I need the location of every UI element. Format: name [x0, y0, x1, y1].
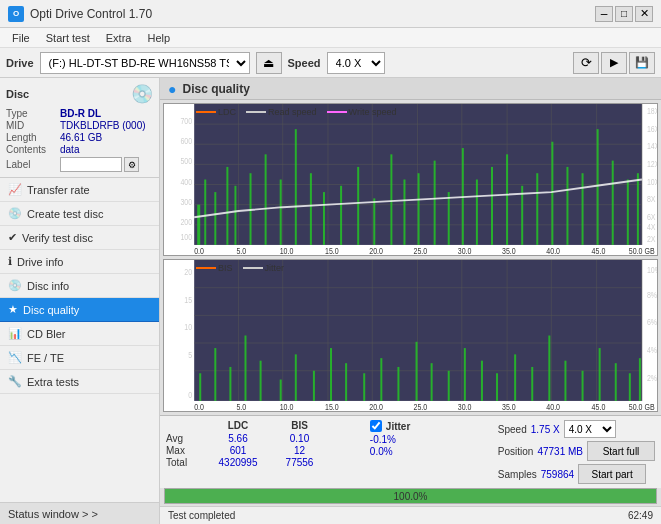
svg-rect-108: [481, 361, 483, 401]
speed-select[interactable]: 4.0 X 6.0 X 8.0 X: [327, 52, 385, 74]
jitter-checkbox[interactable]: [370, 420, 382, 432]
quality-header: ● Disc quality: [160, 78, 661, 100]
svg-text:50.0 GB: 50.0 GB: [629, 246, 655, 255]
disc-label-btn[interactable]: ⚙: [124, 157, 139, 172]
svg-rect-20: [226, 167, 228, 245]
svg-rect-116: [615, 363, 617, 401]
chart2-container: BIS Jitter: [163, 259, 658, 412]
jitter-stats: Jitter -0.1% 0.0%: [370, 420, 490, 458]
svg-text:16X: 16X: [647, 124, 657, 134]
svg-rect-96: [280, 380, 282, 401]
chart1-container: LDC Read speed Write speed: [163, 103, 658, 256]
svg-text:15: 15: [184, 295, 192, 305]
disc-label-input[interactable]: [60, 157, 122, 172]
sidebar-item-cd-bler[interactable]: 📊 CD Bler: [0, 322, 159, 346]
svg-text:35.0: 35.0: [502, 246, 516, 255]
svg-text:45.0: 45.0: [592, 246, 606, 255]
menu-extra[interactable]: Extra: [98, 30, 140, 46]
disc-panel: Disc 💿 Type BD-R DL MID TDKBLDRFB (000) …: [0, 78, 159, 178]
svg-rect-43: [566, 167, 568, 245]
svg-rect-30: [373, 198, 375, 245]
speed-info-val: 1.75 X: [531, 424, 560, 435]
disc-quality-icon: ★: [8, 303, 18, 316]
svg-rect-95: [260, 361, 262, 401]
svg-text:6X: 6X: [647, 212, 656, 222]
svg-rect-103: [397, 367, 399, 401]
status-window[interactable]: Status window > >: [0, 502, 159, 524]
svg-rect-33: [418, 173, 420, 245]
sidebar-item-fe-te[interactable]: 📉 FE / TE: [0, 346, 159, 370]
svg-text:10X: 10X: [647, 177, 657, 187]
stats-panel: LDC BIS Avg 5.66 0.10 Max 601 12 Total 4…: [160, 415, 661, 488]
svg-rect-18: [204, 180, 206, 245]
minimize-button[interactable]: –: [595, 6, 613, 22]
svg-text:30.0: 30.0: [458, 402, 472, 411]
svg-rect-100: [345, 363, 347, 401]
sidebar-item-extra-tests[interactable]: 🔧 Extra tests: [0, 370, 159, 394]
svg-text:40.0: 40.0: [546, 402, 560, 411]
titlebar: O Opti Drive Control 1.70 – □ ✕: [0, 0, 661, 28]
eject-button[interactable]: ⏏: [256, 52, 282, 74]
app-icon: O: [8, 6, 24, 22]
create-test-icon: 💿: [8, 207, 22, 220]
svg-rect-25: [295, 129, 297, 245]
svg-text:30.0: 30.0: [458, 246, 472, 255]
svg-rect-101: [363, 373, 365, 401]
svg-rect-44: [582, 173, 584, 245]
sidebar-item-transfer-rate[interactable]: 📈 Transfer rate: [0, 178, 159, 202]
svg-rect-93: [229, 367, 231, 401]
cd-bler-icon: 📊: [8, 327, 22, 340]
bottom-status-bar: Test completed 62:49: [160, 506, 661, 524]
sidebar: Disc 💿 Type BD-R DL MID TDKBLDRFB (000) …: [0, 78, 160, 524]
svg-rect-31: [390, 154, 392, 245]
start-part-button[interactable]: Start part: [578, 464, 646, 484]
samples-val: 759864: [541, 469, 574, 480]
svg-text:8%: 8%: [647, 290, 657, 300]
chart1-legend: LDC Read speed Write speed: [196, 107, 396, 117]
svg-text:6%: 6%: [647, 318, 657, 328]
progress-text: 100.0%: [394, 491, 428, 502]
svg-rect-48: [637, 173, 639, 245]
sidebar-item-create-test[interactable]: 💿 Create test disc: [0, 202, 159, 226]
status-text: Test completed: [168, 510, 235, 521]
transfer-rate-icon: 📈: [8, 183, 22, 196]
svg-text:4X: 4X: [647, 222, 656, 232]
svg-text:20.0: 20.0: [369, 246, 383, 255]
svg-rect-91: [199, 373, 201, 401]
svg-text:100: 100: [180, 232, 192, 242]
svg-text:25.0: 25.0: [414, 402, 428, 411]
svg-text:8X: 8X: [647, 194, 656, 204]
menu-help[interactable]: Help: [139, 30, 178, 46]
toolbar-btn-2[interactable]: ▶: [601, 52, 627, 74]
disc-length-value: 46.61 GB: [60, 132, 102, 143]
chart2-svg: 20 15 10 5 0 10% 8% 6% 4% 2% 0.0 5.0 10.…: [164, 260, 657, 411]
progress-bar-area: 100.0%: [164, 488, 657, 504]
stats-total-row: Total 4320995 77556: [166, 457, 362, 468]
ldc-bis-stats: LDC BIS Avg 5.66 0.10 Max 601 12 Total 4…: [166, 420, 362, 468]
maximize-button[interactable]: □: [615, 6, 633, 22]
svg-rect-46: [612, 161, 614, 245]
menu-starttest[interactable]: Start test: [38, 30, 98, 46]
avg-bis-val: 0.10: [272, 433, 327, 444]
svg-rect-109: [496, 373, 498, 401]
menubar: File Start test Extra Help: [0, 28, 661, 48]
toolbar-btn-3[interactable]: 💾: [629, 52, 655, 74]
sidebar-item-drive-info[interactable]: ℹ Drive info: [0, 250, 159, 274]
svg-rect-39: [506, 154, 508, 245]
svg-rect-115: [599, 348, 601, 401]
svg-text:0: 0: [188, 391, 192, 401]
sidebar-item-disc-info[interactable]: 💿 Disc info: [0, 274, 159, 298]
svg-rect-28: [340, 186, 342, 245]
sidebar-item-disc-quality[interactable]: ★ Disc quality: [0, 298, 159, 322]
disc-type-value: BD-R DL: [60, 108, 101, 119]
start-full-button[interactable]: Start full: [587, 441, 655, 461]
menu-file[interactable]: File: [4, 30, 38, 46]
drive-select[interactable]: (F:) HL-DT-ST BD-RE WH16NS58 TST4: [40, 52, 250, 74]
sidebar-menu: 📈 Transfer rate 💿 Create test disc ✔ Ver…: [0, 178, 159, 502]
close-button[interactable]: ✕: [635, 6, 653, 22]
sidebar-item-verify-test[interactable]: ✔ Verify test disc: [0, 226, 159, 250]
toolbar-btn-1[interactable]: ⟳: [573, 52, 599, 74]
svg-text:50.0 GB: 50.0 GB: [629, 402, 655, 411]
svg-rect-117: [629, 373, 631, 401]
speed-dropdown[interactable]: 4.0 X: [564, 420, 616, 438]
